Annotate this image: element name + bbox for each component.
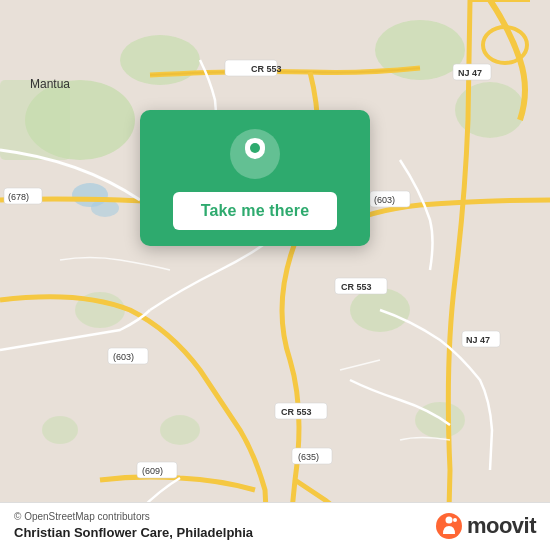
take-me-there-button[interactable]: Take me there bbox=[173, 192, 338, 230]
svg-text:NJ 47: NJ 47 bbox=[466, 335, 490, 345]
moovit-logo: moovit bbox=[435, 512, 536, 540]
svg-text:(603): (603) bbox=[374, 195, 395, 205]
moovit-brand-name: moovit bbox=[467, 513, 536, 539]
svg-text:(609): (609) bbox=[142, 466, 163, 476]
svg-point-9 bbox=[415, 402, 465, 438]
svg-text:NJ 47: NJ 47 bbox=[458, 68, 482, 78]
svg-point-41 bbox=[453, 518, 457, 522]
svg-text:(678): (678) bbox=[8, 192, 29, 202]
svg-point-10 bbox=[42, 416, 78, 444]
bottom-bar: © OpenStreetMap contributors Christian S… bbox=[0, 502, 550, 550]
popup-card: Take me there bbox=[140, 110, 370, 246]
map-background: CR 553 NJ 47 (678) (603) CR 553 (603) NJ… bbox=[0, 0, 550, 550]
osm-credit: © OpenStreetMap contributors bbox=[14, 511, 253, 522]
moovit-brand-icon bbox=[435, 512, 463, 540]
svg-point-40 bbox=[445, 516, 452, 523]
svg-text:Mantua: Mantua bbox=[30, 77, 70, 91]
location-pin-icon bbox=[229, 128, 281, 180]
svg-text:(603): (603) bbox=[113, 352, 134, 362]
bottom-left-info: © OpenStreetMap contributors Christian S… bbox=[14, 511, 253, 540]
svg-text:(635): (635) bbox=[298, 452, 319, 462]
svg-text:CR 553: CR 553 bbox=[281, 407, 312, 417]
map-container: CR 553 NJ 47 (678) (603) CR 553 (603) NJ… bbox=[0, 0, 550, 550]
svg-text:CR 553: CR 553 bbox=[251, 64, 282, 74]
svg-text:CR 553: CR 553 bbox=[341, 282, 372, 292]
svg-rect-5 bbox=[0, 80, 70, 160]
svg-point-38 bbox=[250, 143, 260, 153]
svg-point-8 bbox=[160, 415, 200, 445]
svg-point-2 bbox=[120, 35, 200, 85]
location-name: Christian Sonflower Care, Philadelphia bbox=[14, 525, 253, 540]
